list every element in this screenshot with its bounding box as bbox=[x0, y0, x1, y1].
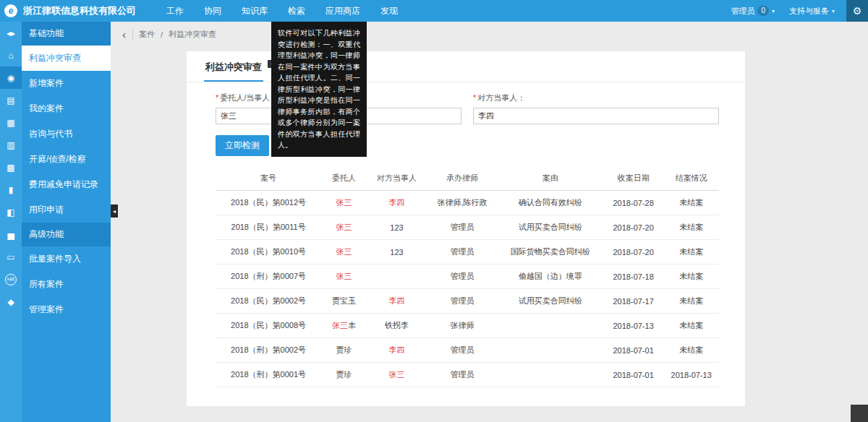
table-row[interactable]: 2018（民）第0002号贾宝玉李四管理员试用买卖合同纠纷2018-07-17未… bbox=[216, 289, 719, 314]
admin-menu[interactable]: 管理员 0 ▾ bbox=[723, 0, 782, 22]
cell-case-no: 2018（民）第0002号 bbox=[216, 289, 321, 314]
required-asterisk: * bbox=[473, 93, 476, 102]
cell-cause: 试用买卖合同纠纷 bbox=[498, 289, 603, 314]
cell-client: 张三 bbox=[321, 240, 367, 264]
panel-tabbar: 利益冲突审查 i bbox=[187, 51, 745, 82]
cube-icon[interactable]: ◆ bbox=[0, 290, 22, 313]
support-label: 支持与服务 bbox=[789, 6, 829, 17]
column-header: 委托人 bbox=[321, 166, 367, 191]
back-chevron-icon[interactable]: ‹ bbox=[122, 30, 133, 39]
app-shell: ◂▸⌂◉▤▦▥▩▮◧▅▭HR◆ 基础功能利益冲突审查新增案件我的案件咨询与代书开… bbox=[0, 22, 868, 422]
cell-case-no: 2018（刑）第0007号 bbox=[216, 264, 321, 289]
home-icon[interactable]: ⌂ bbox=[0, 44, 22, 66]
opponent-field-group: *对方当事人： bbox=[473, 92, 719, 124]
cell-lawyer: 管理员 bbox=[427, 264, 497, 289]
admin-label: 管理员 bbox=[731, 6, 754, 17]
sidebar-section-header[interactable]: 高级功能 bbox=[22, 223, 111, 246]
tab-conflict-review[interactable]: 利益冲突审查 bbox=[204, 51, 263, 82]
print-icon[interactable]: ▦ bbox=[0, 111, 22, 134]
cell-cause: 确认合同有效纠纷 bbox=[498, 191, 603, 215]
cell-case-no: 2018（刑）第0001号 bbox=[216, 363, 321, 387]
sidebar-section-header[interactable]: 基础功能 bbox=[22, 22, 111, 46]
table-row[interactable]: 2018（民）第0011号张三123管理员试用买卖合同纠纷2018-07-20未… bbox=[216, 215, 719, 240]
cell-opponent: 李四 bbox=[367, 338, 427, 363]
table-row[interactable]: 2018（刑）第0002号贾珍李四管理员2018-07-01未结案 bbox=[216, 338, 719, 363]
monitor-icon[interactable]: ▭ bbox=[0, 246, 22, 268]
sidebar-item[interactable]: 咨询与代书 bbox=[22, 121, 111, 147]
cell-date: 2018-07-20 bbox=[603, 240, 664, 264]
cell-status: 未结案 bbox=[663, 338, 719, 363]
cell-date: 2018-07-01 bbox=[603, 338, 664, 363]
detect-button[interactable]: 立即检测 bbox=[216, 135, 269, 156]
notification-count-badge: 0 bbox=[757, 6, 769, 16]
upload-icon[interactable]: ◧ bbox=[0, 201, 22, 223]
collapse-icon[interactable]: ◂▸ bbox=[0, 22, 22, 44]
topnav-item[interactable]: 应用商店 bbox=[315, 0, 370, 22]
icon-strip: ◂▸⌂◉▤▦▥▩▮◧▅▭HR◆ bbox=[0, 22, 22, 422]
table-body: 2018（民）第0012号张三李四张律师,陈行政确认合同有效纠纷2018-07-… bbox=[216, 191, 719, 387]
topnav: 工作协同知识库检索应用商店发现 bbox=[156, 0, 408, 22]
topnav-item[interactable]: 工作 bbox=[156, 0, 194, 22]
workdesk-icon[interactable]: ▤ bbox=[0, 89, 22, 111]
conflict-info-tooltip: 软件可对以下几种利益冲突进行检测：一、双重代理型利益冲突，同一律师在同一案件中为… bbox=[271, 22, 367, 157]
company-name: 浙江律联信息科技有限公司 bbox=[23, 4, 136, 17]
search-icon[interactable]: ◉ bbox=[0, 66, 22, 89]
support-menu[interactable]: 支持与服务 ▾ bbox=[782, 0, 842, 22]
sidebar-item[interactable]: 新增案件 bbox=[22, 71, 111, 96]
column-header: 承办律师 bbox=[427, 166, 497, 191]
breadcrumb-section[interactable]: 案件 bbox=[139, 29, 155, 40]
topbar-right: 管理员 0 ▾ 支持与服务 ▾ ⚙ bbox=[723, 0, 868, 22]
cell-case-no: 2018（刑）第0002号 bbox=[216, 338, 321, 363]
cell-client: 张三丰 bbox=[321, 314, 367, 338]
cell-opponent: 123 bbox=[367, 215, 427, 240]
cell-opponent: 张三 bbox=[367, 363, 427, 387]
required-asterisk: * bbox=[216, 93, 218, 102]
topnav-item[interactable]: 检索 bbox=[278, 0, 315, 22]
sidebar-item[interactable]: 我的案件 bbox=[22, 96, 111, 121]
sidebar-collapse-handle[interactable]: ◂ bbox=[111, 204, 118, 218]
app-logo[interactable]: e bbox=[0, 0, 22, 22]
main-content: ◂ ‹ 案件 / 利益冲突审查 软件可对以下几种利益冲突进行检测：一、双重代理型… bbox=[111, 22, 868, 422]
sidebar-item[interactable]: 管理案件 bbox=[22, 297, 111, 322]
sidebar-item[interactable]: 开庭/侦查/检察 bbox=[22, 147, 111, 172]
sidebar-item[interactable]: 用印申请 bbox=[22, 197, 111, 223]
cell-date: 2018-07-28 bbox=[603, 191, 664, 215]
logo-icon: e bbox=[4, 4, 17, 17]
opponent-input[interactable] bbox=[473, 108, 719, 124]
chart-icon[interactable]: ▅ bbox=[0, 223, 22, 246]
cell-client: 贾宝玉 bbox=[321, 289, 367, 314]
sidebar-menu: 基础功能利益冲突审查新增案件我的案件咨询与代书开庭/侦查/检察费用减免申请记录用… bbox=[22, 22, 111, 422]
button-row: 立即检测 bbox=[187, 124, 745, 156]
sidebar-item[interactable]: 利益冲突审查 bbox=[22, 46, 111, 71]
apps-grid-icon[interactable]: ▩ bbox=[0, 156, 22, 178]
cell-cause: 试用买卖合同纠纷 bbox=[498, 215, 603, 240]
sidebar-item[interactable]: 费用减免申请记录 bbox=[22, 172, 111, 197]
cell-case-no: 2018（民）第0008号 bbox=[216, 314, 321, 338]
idcard-icon[interactable]: ▥ bbox=[0, 134, 22, 156]
cell-opponent: 李四 bbox=[367, 289, 427, 314]
cell-cause bbox=[498, 338, 603, 363]
cell-case-no: 2018（民）第0010号 bbox=[216, 240, 321, 264]
corner-widget[interactable] bbox=[851, 405, 868, 422]
column-header: 案由 bbox=[498, 166, 603, 191]
column-header: 收案日期 bbox=[603, 166, 664, 191]
table-row[interactable]: 2018（刑）第0001号贾珍张三管理员2018-07-012018-07-13 bbox=[216, 363, 719, 387]
search-form: *委托人/当事人： *对方当事人： bbox=[187, 82, 745, 124]
cell-cause bbox=[498, 363, 603, 387]
topnav-item[interactable]: 知识库 bbox=[231, 0, 278, 22]
sidebar-item[interactable]: 所有案件 bbox=[22, 272, 111, 297]
sidebar-item[interactable]: 批量案件导入 bbox=[22, 246, 111, 272]
settings-button[interactable]: ⚙ bbox=[846, 0, 868, 22]
hr-icon[interactable]: HR bbox=[0, 268, 22, 290]
cell-status: 2018-07-13 bbox=[663, 363, 719, 387]
topnav-item[interactable]: 发现 bbox=[370, 0, 408, 22]
table-row[interactable]: 2018（民）第0012号张三李四张律师,陈行政确认合同有效纠纷2018-07-… bbox=[216, 191, 719, 215]
stats-icon[interactable]: ▮ bbox=[0, 178, 22, 201]
breadcrumb-page[interactable]: 利益冲突审查 bbox=[169, 29, 216, 40]
table-row[interactable]: 2018（民）第0010号张三123管理员国际货物买卖合同纠纷2018-07-2… bbox=[216, 240, 719, 264]
cell-opponent: 铁拐李 bbox=[367, 314, 427, 338]
topnav-item[interactable]: 协同 bbox=[194, 0, 231, 22]
table-row[interactable]: 2018（民）第0008号张三丰铁拐李张律师2018-07-13未结案 bbox=[216, 314, 719, 338]
cell-date: 2018-07-13 bbox=[603, 314, 664, 338]
table-row[interactable]: 2018（刑）第0007号张三管理员偷越国（边）境罪2018-07-18未结案 bbox=[216, 264, 719, 289]
